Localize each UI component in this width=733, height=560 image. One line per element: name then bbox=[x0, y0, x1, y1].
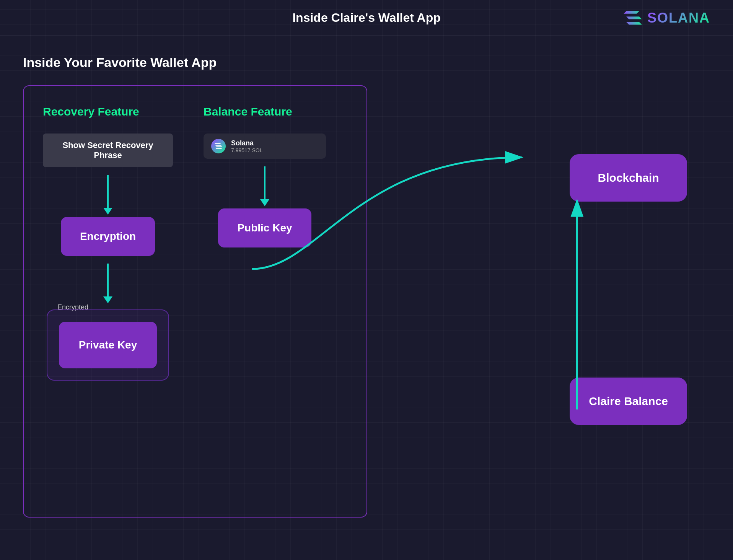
page-title: Inside Your Favorite Wallet App bbox=[23, 55, 710, 70]
claire-balance-box: Claire Balance bbox=[570, 378, 687, 425]
recovery-column: Recovery Feature Show Secret Recovery Ph… bbox=[43, 105, 173, 498]
main-content: Inside Your Favorite Wallet App Recovery… bbox=[0, 36, 733, 537]
solana-brand-text: SOLANA bbox=[647, 10, 710, 26]
public-key-box: Public Key bbox=[218, 208, 311, 247]
private-key-box: Private Key bbox=[59, 322, 157, 368]
private-key-wrapper: Private Key bbox=[47, 309, 169, 381]
wallet-box: Recovery Feature Show Secret Recovery Ph… bbox=[23, 85, 367, 518]
arrow-balance-to-publickey bbox=[264, 166, 266, 201]
balance-feature-title: Balance Feature bbox=[204, 105, 292, 118]
solana-coin-icon bbox=[211, 139, 226, 153]
recovery-feature-title: Recovery Feature bbox=[43, 105, 139, 118]
blockchain-section: Blockchain Claire Balance bbox=[570, 154, 687, 425]
header: Inside Claire's Wallet App S bbox=[0, 0, 733, 36]
arrow-recovery-to-encryption bbox=[107, 175, 109, 209]
encryption-box: Encryption bbox=[61, 217, 155, 256]
coin-name: Solana bbox=[231, 139, 263, 147]
header-title: Inside Claire's Wallet App bbox=[292, 11, 441, 25]
balance-column: Balance Feature Solana 7.99517 SOL bbox=[204, 105, 326, 498]
blockchain-box: Blockchain bbox=[570, 154, 687, 202]
show-recovery-phrase-button[interactable]: Show Secret Recovery Phrase bbox=[43, 133, 173, 167]
solana-logo: SOLANA bbox=[623, 10, 710, 26]
solana-card-info: Solana 7.99517 SOL bbox=[231, 139, 263, 153]
arrow-encryption-to-privatekey bbox=[107, 264, 109, 298]
solana-icon bbox=[623, 10, 643, 26]
coin-amount: 7.99517 SOL bbox=[231, 147, 263, 153]
solana-balance-card: Solana 7.99517 SOL bbox=[204, 133, 326, 159]
